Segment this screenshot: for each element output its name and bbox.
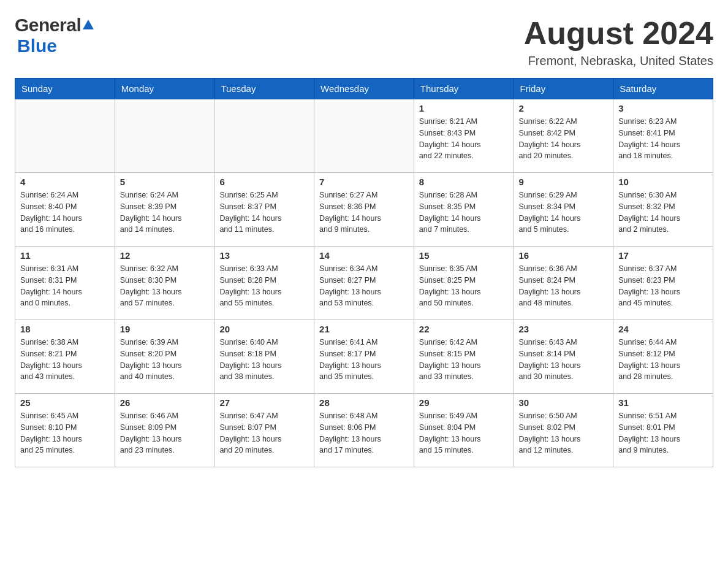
calendar-week-row: 18Sunrise: 6:38 AM Sunset: 8:21 PM Dayli… xyxy=(15,320,713,394)
logo-arrow-icon xyxy=(83,20,94,29)
calendar-day-header: Sunday xyxy=(15,79,115,99)
table-row: 5Sunrise: 6:24 AM Sunset: 8:39 PM Daylig… xyxy=(115,173,214,247)
table-row xyxy=(314,99,414,173)
day-info: Sunrise: 6:30 AM Sunset: 8:32 PM Dayligh… xyxy=(618,190,708,236)
day-number: 26 xyxy=(120,397,210,408)
day-number: 10 xyxy=(618,177,708,187)
day-info: Sunrise: 6:25 AM Sunset: 8:37 PM Dayligh… xyxy=(219,190,309,236)
day-info: Sunrise: 6:46 AM Sunset: 8:09 PM Dayligh… xyxy=(120,410,210,456)
page-header: General Blue August 2024 Fremont, Nebras… xyxy=(15,15,713,68)
day-info: Sunrise: 6:40 AM Sunset: 8:18 PM Dayligh… xyxy=(219,337,309,383)
day-info: Sunrise: 6:37 AM Sunset: 8:23 PM Dayligh… xyxy=(618,263,708,309)
day-number: 17 xyxy=(618,250,708,261)
table-row: 15Sunrise: 6:35 AM Sunset: 8:25 PM Dayli… xyxy=(414,247,514,320)
day-number: 19 xyxy=(120,324,210,334)
table-row: 26Sunrise: 6:46 AM Sunset: 8:09 PM Dayli… xyxy=(115,394,214,467)
calendar-week-row: 1Sunrise: 6:21 AM Sunset: 8:43 PM Daylig… xyxy=(15,99,713,173)
table-row: 18Sunrise: 6:38 AM Sunset: 8:21 PM Dayli… xyxy=(15,320,115,394)
day-info: Sunrise: 6:49 AM Sunset: 8:04 PM Dayligh… xyxy=(419,410,509,456)
table-row: 16Sunrise: 6:36 AM Sunset: 8:24 PM Dayli… xyxy=(514,247,613,320)
day-info: Sunrise: 6:31 AM Sunset: 8:31 PM Dayligh… xyxy=(20,263,110,309)
table-row: 19Sunrise: 6:39 AM Sunset: 8:20 PM Dayli… xyxy=(115,320,214,394)
table-row: 9Sunrise: 6:29 AM Sunset: 8:34 PM Daylig… xyxy=(514,173,613,247)
table-row xyxy=(214,99,314,173)
calendar-header-row: SundayMondayTuesdayWednesdayThursdayFrid… xyxy=(15,79,713,99)
table-row: 3Sunrise: 6:23 AM Sunset: 8:41 PM Daylig… xyxy=(613,99,713,173)
day-number: 9 xyxy=(519,177,609,187)
day-info: Sunrise: 6:45 AM Sunset: 8:10 PM Dayligh… xyxy=(20,410,110,456)
logo-blue-text: Blue xyxy=(17,36,57,56)
calendar-table: SundayMondayTuesdayWednesdayThursdayFrid… xyxy=(15,78,713,467)
table-row: 17Sunrise: 6:37 AM Sunset: 8:23 PM Dayli… xyxy=(613,247,713,320)
calendar-week-row: 4Sunrise: 6:24 AM Sunset: 8:40 PM Daylig… xyxy=(15,173,713,247)
calendar-day-header: Saturday xyxy=(613,79,713,99)
table-row: 1Sunrise: 6:21 AM Sunset: 8:43 PM Daylig… xyxy=(414,99,514,173)
table-row: 27Sunrise: 6:47 AM Sunset: 8:07 PM Dayli… xyxy=(214,394,314,467)
day-info: Sunrise: 6:33 AM Sunset: 8:28 PM Dayligh… xyxy=(219,263,309,309)
day-info: Sunrise: 6:28 AM Sunset: 8:35 PM Dayligh… xyxy=(419,190,509,236)
calendar-day-header: Monday xyxy=(115,79,214,99)
month-title: August 2024 xyxy=(524,15,713,52)
day-number: 22 xyxy=(419,324,509,334)
day-info: Sunrise: 6:27 AM Sunset: 8:36 PM Dayligh… xyxy=(319,190,409,236)
table-row: 30Sunrise: 6:50 AM Sunset: 8:02 PM Dayli… xyxy=(514,394,613,467)
day-number: 4 xyxy=(20,177,110,187)
day-info: Sunrise: 6:24 AM Sunset: 8:39 PM Dayligh… xyxy=(120,190,210,236)
table-row: 20Sunrise: 6:40 AM Sunset: 8:18 PM Dayli… xyxy=(214,320,314,394)
table-row: 31Sunrise: 6:51 AM Sunset: 8:01 PM Dayli… xyxy=(613,394,713,467)
day-info: Sunrise: 6:48 AM Sunset: 8:06 PM Dayligh… xyxy=(319,410,409,456)
table-row xyxy=(115,99,214,173)
day-number: 13 xyxy=(219,250,309,261)
table-row: 4Sunrise: 6:24 AM Sunset: 8:40 PM Daylig… xyxy=(15,173,115,247)
table-row: 12Sunrise: 6:32 AM Sunset: 8:30 PM Dayli… xyxy=(115,247,214,320)
table-row: 21Sunrise: 6:41 AM Sunset: 8:17 PM Dayli… xyxy=(314,320,414,394)
day-info: Sunrise: 6:42 AM Sunset: 8:15 PM Dayligh… xyxy=(419,337,509,383)
day-number: 18 xyxy=(20,324,110,334)
day-number: 20 xyxy=(219,324,309,334)
table-row: 8Sunrise: 6:28 AM Sunset: 8:35 PM Daylig… xyxy=(414,173,514,247)
day-number: 21 xyxy=(319,324,409,334)
day-number: 31 xyxy=(618,397,708,408)
table-row: 6Sunrise: 6:25 AM Sunset: 8:37 PM Daylig… xyxy=(214,173,314,247)
day-info: Sunrise: 6:38 AM Sunset: 8:21 PM Dayligh… xyxy=(20,337,110,383)
calendar-week-row: 11Sunrise: 6:31 AM Sunset: 8:31 PM Dayli… xyxy=(15,247,713,320)
day-info: Sunrise: 6:47 AM Sunset: 8:07 PM Dayligh… xyxy=(219,410,309,456)
day-info: Sunrise: 6:41 AM Sunset: 8:17 PM Dayligh… xyxy=(319,337,409,383)
day-info: Sunrise: 6:36 AM Sunset: 8:24 PM Dayligh… xyxy=(519,263,609,309)
day-number: 1 xyxy=(419,103,509,113)
title-block: August 2024 Fremont, Nebraska, United St… xyxy=(524,15,713,68)
day-number: 30 xyxy=(519,397,609,408)
calendar-day-header: Tuesday xyxy=(214,79,314,99)
table-row: 29Sunrise: 6:49 AM Sunset: 8:04 PM Dayli… xyxy=(414,394,514,467)
calendar-day-header: Friday xyxy=(514,79,613,99)
day-info: Sunrise: 6:35 AM Sunset: 8:25 PM Dayligh… xyxy=(419,263,509,309)
day-number: 6 xyxy=(219,177,309,187)
day-info: Sunrise: 6:21 AM Sunset: 8:43 PM Dayligh… xyxy=(419,116,509,162)
day-number: 16 xyxy=(519,250,609,261)
table-row: 11Sunrise: 6:31 AM Sunset: 8:31 PM Dayli… xyxy=(15,247,115,320)
day-number: 12 xyxy=(120,250,210,261)
day-info: Sunrise: 6:44 AM Sunset: 8:12 PM Dayligh… xyxy=(618,337,708,383)
table-row: 7Sunrise: 6:27 AM Sunset: 8:36 PM Daylig… xyxy=(314,173,414,247)
day-number: 15 xyxy=(419,250,509,261)
day-number: 8 xyxy=(419,177,509,187)
day-info: Sunrise: 6:22 AM Sunset: 8:42 PM Dayligh… xyxy=(519,116,609,162)
day-info: Sunrise: 6:34 AM Sunset: 8:27 PM Dayligh… xyxy=(319,263,409,309)
table-row: 14Sunrise: 6:34 AM Sunset: 8:27 PM Dayli… xyxy=(314,247,414,320)
logo-general-text: General xyxy=(15,15,81,36)
table-row: 24Sunrise: 6:44 AM Sunset: 8:12 PM Dayli… xyxy=(613,320,713,394)
day-number: 11 xyxy=(20,250,110,261)
day-info: Sunrise: 6:29 AM Sunset: 8:34 PM Dayligh… xyxy=(519,190,609,236)
table-row: 23Sunrise: 6:43 AM Sunset: 8:14 PM Dayli… xyxy=(514,320,613,394)
table-row: 22Sunrise: 6:42 AM Sunset: 8:15 PM Dayli… xyxy=(414,320,514,394)
day-info: Sunrise: 6:43 AM Sunset: 8:14 PM Dayligh… xyxy=(519,337,609,383)
day-info: Sunrise: 6:23 AM Sunset: 8:41 PM Dayligh… xyxy=(618,116,708,162)
table-row: 2Sunrise: 6:22 AM Sunset: 8:42 PM Daylig… xyxy=(514,99,613,173)
day-number: 28 xyxy=(319,397,409,408)
day-number: 5 xyxy=(120,177,210,187)
table-row: 10Sunrise: 6:30 AM Sunset: 8:32 PM Dayli… xyxy=(613,173,713,247)
day-number: 3 xyxy=(618,103,708,113)
day-number: 25 xyxy=(20,397,110,408)
day-number: 14 xyxy=(319,250,409,261)
day-number: 29 xyxy=(419,397,509,408)
